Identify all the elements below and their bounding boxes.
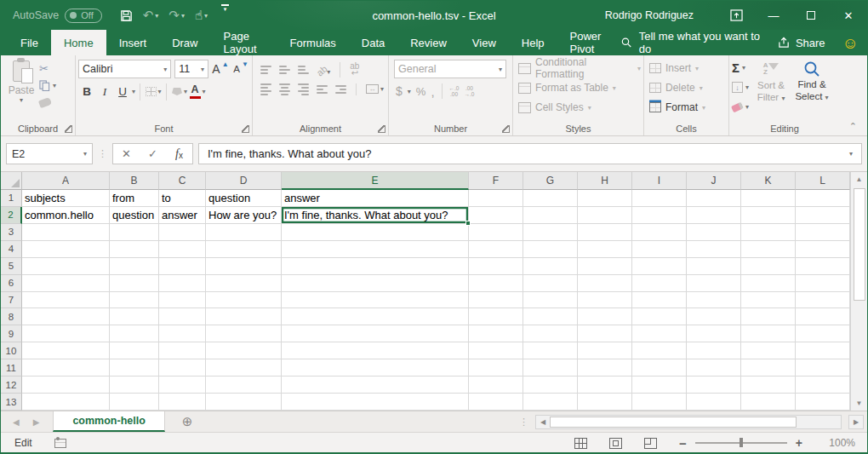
select-all-button[interactable]	[1, 172, 22, 190]
cell-L8[interactable]	[796, 308, 850, 325]
column-header-F[interactable]: F	[469, 172, 523, 190]
cell-L5[interactable]	[796, 258, 850, 275]
column-header-B[interactable]: B	[110, 172, 159, 190]
cell-H3[interactable]	[578, 224, 632, 241]
cell-A5[interactable]	[22, 258, 110, 275]
cell-A4[interactable]	[22, 241, 110, 258]
collapse-ribbon-button[interactable]: ⌃	[849, 121, 857, 132]
tab-power-pivot[interactable]: Power Pivot	[557, 30, 622, 55]
cell-E11[interactable]	[282, 359, 469, 376]
cell-J10[interactable]	[687, 342, 741, 359]
tab-file[interactable]: File	[8, 30, 51, 55]
tab-draw[interactable]: Draw	[159, 30, 210, 55]
cell-H5[interactable]	[578, 258, 632, 275]
cell-K5[interactable]	[741, 258, 796, 275]
cell-E4[interactable]	[282, 241, 469, 258]
cell-F11[interactable]	[469, 359, 523, 376]
row-header-13[interactable]: 13	[1, 394, 22, 411]
row-header-10[interactable]: 10	[1, 342, 22, 359]
autosave-toggle[interactable]: AutoSave Off	[13, 9, 102, 23]
page-break-view-button[interactable]	[644, 438, 657, 449]
cell-E7[interactable]	[282, 292, 469, 309]
normal-view-button[interactable]	[574, 438, 587, 449]
cell-B7[interactable]	[110, 292, 159, 309]
cell-J8[interactable]	[687, 308, 741, 325]
cell-H13[interactable]	[578, 394, 632, 411]
cell-L12[interactable]	[796, 376, 850, 394]
row-header-6[interactable]: 6	[1, 275, 22, 292]
cell-H6[interactable]	[578, 275, 632, 292]
cell-H1[interactable]	[578, 190, 632, 207]
cell-E5[interactable]	[282, 258, 469, 275]
percent-format-button[interactable]: %	[416, 85, 426, 98]
cell-I7[interactable]	[632, 292, 687, 309]
cell-C11[interactable]	[159, 359, 206, 376]
borders-button[interactable]: ▾	[145, 83, 162, 101]
row-header-2[interactable]: 2	[1, 207, 22, 224]
conditional-formatting-button[interactable]: Conditional Formatting▾	[516, 60, 641, 77]
row-header-12[interactable]: 12	[1, 376, 22, 394]
cell-I1[interactable]	[632, 190, 687, 207]
cell-H10[interactable]	[578, 342, 632, 359]
ribbon-display-options-button[interactable]	[717, 1, 755, 30]
cut-button[interactable]: ✂	[39, 61, 56, 75]
cell-K7[interactable]	[741, 292, 796, 309]
number-format-select[interactable]: General▾	[394, 60, 506, 78]
underline-button[interactable]: U	[114, 83, 131, 101]
column-header-H[interactable]: H	[578, 172, 632, 190]
tab-page-layout[interactable]: Page Layout	[211, 30, 277, 55]
cell-J1[interactable]	[687, 190, 741, 207]
cell-D4[interactable]	[206, 241, 282, 258]
cell-I13[interactable]	[632, 394, 687, 411]
row-header-11[interactable]: 11	[1, 359, 22, 376]
align-left-button[interactable]	[260, 83, 271, 95]
cell-G11[interactable]	[523, 359, 578, 376]
cell-J4[interactable]	[687, 241, 741, 258]
cell-E3[interactable]	[282, 224, 469, 241]
cell-K13[interactable]	[741, 394, 796, 411]
cell-K10[interactable]	[741, 342, 796, 359]
cell-L3[interactable]	[796, 224, 850, 241]
alignment-dialog-launcher[interactable]	[378, 125, 385, 133]
cell-B5[interactable]	[110, 258, 159, 275]
cell-D8[interactable]	[206, 308, 282, 325]
cell-F8[interactable]	[469, 308, 523, 325]
tab-data[interactable]: Data	[349, 30, 397, 55]
redo-dropdown-icon[interactable]: ▾	[181, 12, 185, 20]
cell-H2[interactable]	[578, 207, 632, 224]
tab-view[interactable]: View	[460, 30, 509, 55]
cell-I6[interactable]	[632, 275, 687, 292]
cell-K4[interactable]	[741, 241, 796, 258]
cell-C8[interactable]	[159, 308, 206, 325]
cell-B10[interactable]	[110, 342, 159, 359]
customize-qat-button[interactable]: ▾	[217, 4, 233, 26]
cell-C1[interactable]: to	[159, 190, 206, 207]
find-select-button[interactable]: Find & Select ▾	[793, 59, 831, 121]
cell-A13[interactable]	[22, 394, 110, 411]
cell-J9[interactable]	[687, 325, 741, 342]
cell-A6[interactable]	[22, 275, 110, 292]
cell-I2[interactable]	[632, 207, 687, 224]
undo-button[interactable]: ↶▾	[139, 4, 163, 26]
cell-F10[interactable]	[469, 342, 523, 359]
fill-handle[interactable]	[465, 221, 471, 226]
signed-in-user[interactable]: Rodrigo Rodriguez	[605, 9, 694, 21]
horizontal-scrollbar[interactable]: ◀	[535, 415, 842, 429]
cell-L11[interactable]	[796, 359, 850, 376]
cell-D3[interactable]	[206, 224, 282, 241]
cell-A7[interactable]	[22, 292, 110, 309]
vertical-scroll-thumb[interactable]	[854, 188, 865, 301]
cell-J11[interactable]	[687, 359, 741, 376]
column-header-K[interactable]: K	[741, 172, 796, 190]
decrease-font-button[interactable]: A▼	[232, 60, 249, 78]
sheet-tab-common-hello[interactable]: common-hello	[53, 411, 164, 432]
merge-center-button[interactable]: ↔▾	[366, 84, 384, 94]
redo-button[interactable]: ↷▾	[164, 4, 189, 26]
cell-F2[interactable]	[469, 207, 523, 224]
autosave-pill[interactable]: Off	[65, 9, 101, 23]
cell-A9[interactable]	[22, 325, 110, 342]
cell-F12[interactable]	[469, 376, 523, 394]
cell-K9[interactable]	[741, 325, 796, 342]
zoom-slider[interactable]	[695, 442, 787, 444]
cell-B12[interactable]	[110, 376, 159, 394]
